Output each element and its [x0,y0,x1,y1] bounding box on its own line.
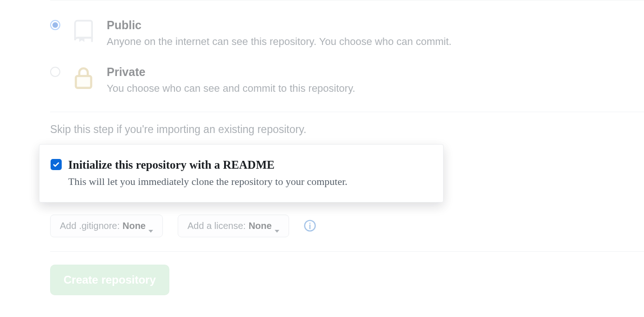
divider-middle [50,112,644,112]
radio-public[interactable] [50,20,60,30]
private-title: Private [107,65,355,79]
readme-description: This will let you immediately clone the … [68,175,368,189]
license-label: Add a license: [187,221,246,231]
initialize-readme-card: Initialize this repository with a README… [39,144,444,203]
svg-point-2 [309,223,310,224]
visibility-private-text: Private You choose who can see and commi… [107,65,355,96]
public-description: Anyone on the internet can see this repo… [107,35,451,49]
gitignore-dropdown[interactable]: Add .gitignore: None [50,215,163,237]
lock-icon [73,66,94,88]
readme-title: Initialize this repository with a README [68,158,368,172]
license-dropdown[interactable]: Add a license: None [178,215,289,237]
submit-section: Create repository [50,252,644,308]
visibility-public-text: Public Anyone on the internet can see th… [107,18,451,49]
gitignore-value: None [122,221,146,231]
visibility-option-public[interactable]: Public Anyone on the internet can see th… [50,18,644,49]
info-icon[interactable] [304,220,316,232]
private-description: You choose who can see and commit to thi… [107,82,355,96]
license-value: None [249,221,272,231]
readme-checkbox[interactable] [51,159,62,170]
visibility-section: Public Anyone on the internet can see th… [50,0,644,112]
skip-step-text: Skip this step if you're importing an ex… [50,123,644,136]
svg-rect-0 [76,76,91,88]
gitignore-label: Add .gitignore: [60,221,120,231]
chevron-down-icon [148,224,153,227]
options-row: Add .gitignore: None Add a license: None [50,215,644,237]
readme-text: Initialize this repository with a README… [68,158,368,189]
chevron-down-icon [275,224,279,227]
repo-icon [73,19,94,41]
radio-private[interactable] [50,67,60,77]
create-repository-button[interactable]: Create repository [50,265,169,295]
visibility-option-private[interactable]: Private You choose who can see and commi… [50,65,644,96]
public-title: Public [107,18,451,32]
